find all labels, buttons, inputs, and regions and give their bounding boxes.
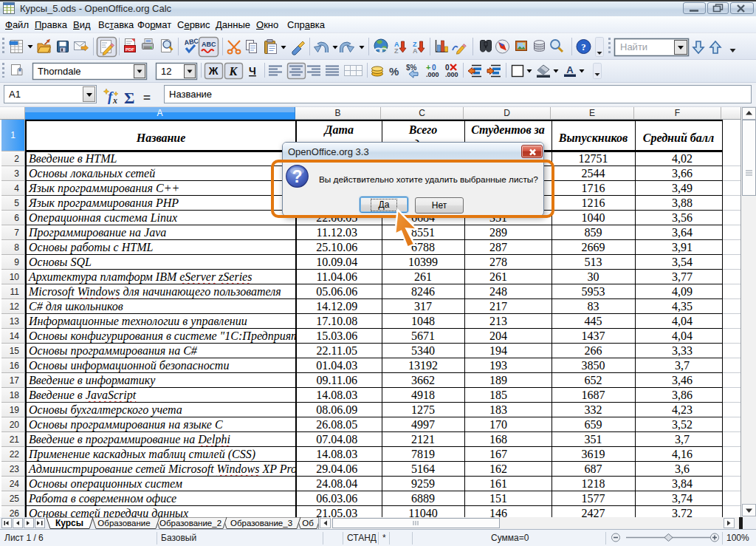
svg-text:$%: $% bbox=[406, 64, 417, 72]
svg-text:=: = bbox=[143, 91, 151, 105]
svg-text:12: 12 bbox=[161, 66, 171, 77]
svg-text:К: К bbox=[229, 65, 238, 78]
svg-text:Ч: Ч bbox=[249, 65, 256, 77]
svg-text:Thorndale: Thorndale bbox=[38, 66, 81, 77]
svg-text:Образование_3: Образование_3 bbox=[230, 519, 292, 528]
svg-text:Ж: Ж bbox=[208, 65, 219, 77]
svg-text:Курсы: Курсы bbox=[55, 518, 83, 528]
svg-text:A: A bbox=[566, 64, 574, 75]
svg-text:%: % bbox=[389, 65, 399, 78]
svg-text:Образование: Образование bbox=[97, 519, 150, 528]
svg-text:.000: .000 bbox=[426, 71, 439, 78]
svg-text:Об: Об bbox=[302, 519, 314, 528]
svg-text:Σ: Σ bbox=[124, 89, 134, 107]
svg-text:Образование_2: Образование_2 bbox=[159, 519, 221, 528]
svg-text:.000: .000 bbox=[445, 71, 458, 78]
svg-text:x: x bbox=[112, 95, 117, 106]
